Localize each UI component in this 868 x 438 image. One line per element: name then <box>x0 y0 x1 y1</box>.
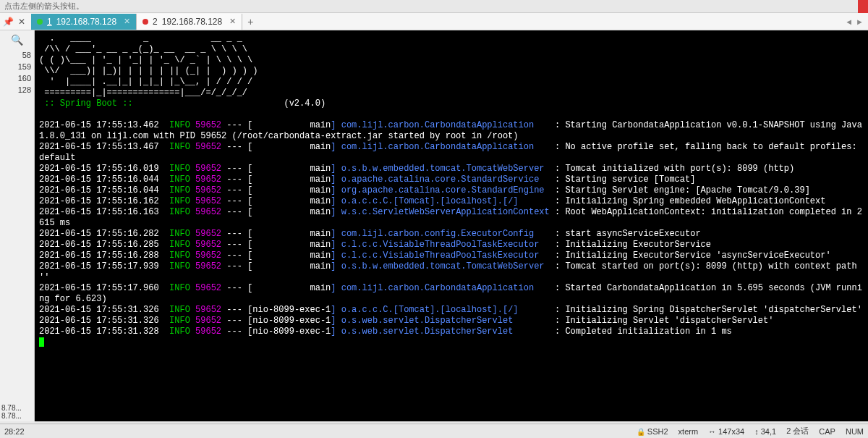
session-tab-1[interactable]: 1192.168.78.128✕ <box>31 14 137 30</box>
status-sessions: 2 会话 <box>786 426 809 437</box>
status-ssh: SSH2 <box>637 427 668 436</box>
tab-bar-left-icons: 📌 ✕ <box>3 17 25 27</box>
session-tab-2[interactable]: 2192.168.78.128✕ <box>137 14 242 30</box>
status-term: xterm <box>678 427 699 436</box>
status-dot-icon <box>142 19 148 25</box>
rail-entry[interactable]: 159 <box>0 61 34 72</box>
top-hint-bar: 点击左侧的箭头按钮。 <box>0 0 868 13</box>
pin-icon[interactable]: 📌 <box>3 17 14 27</box>
close-all-icon[interactable]: ✕ <box>18 17 25 27</box>
status-size: ↔ 147x34 <box>708 427 744 436</box>
tab-label: 192.168.78.128 <box>162 17 222 27</box>
tab-next-icon[interactable]: ► <box>856 17 864 26</box>
status-pos: ↕ 34,1 <box>754 427 776 436</box>
rail-entry[interactable]: 128 <box>0 84 34 96</box>
terminal-output[interactable]: . ____ _ __ _ _ /\\ / ___'_ __ _ _(_)_ _… <box>35 30 868 421</box>
rail-entry[interactable]: 160 <box>0 72 34 84</box>
status-num: NUM <box>846 427 864 436</box>
tab-label: 192.168.78.128 <box>56 17 116 27</box>
status-time: 28:22 <box>4 427 25 436</box>
tab-number: 1 <box>47 17 52 27</box>
tab-nav-arrows: ◄ ► <box>845 17 864 26</box>
tab-number: 2 <box>153 17 158 27</box>
hint-text: 点击左侧的箭头按钮。 <box>4 1 84 12</box>
tab-prev-icon[interactable]: ◄ <box>845 17 853 26</box>
lock-icon <box>637 427 645 436</box>
status-bar: 28:22 SSH2 xterm ↔ 147x34 ↕ 34,1 2 会话 CA… <box>0 424 868 438</box>
status-dot-icon <box>37 19 43 25</box>
tab-close-icon[interactable]: ✕ <box>229 17 236 26</box>
terminal-cursor <box>39 337 44 347</box>
tab-bar: 📌 ✕ 1192.168.78.128✕2192.168.78.128✕ + ◄… <box>0 13 868 30</box>
new-tab-button[interactable]: + <box>242 14 258 30</box>
window-close-stripe[interactable] <box>858 0 868 13</box>
search-icon[interactable]: 🔍 <box>0 30 34 49</box>
rail-entry[interactable]: 58 <box>0 49 34 61</box>
rail-session-item[interactable]: 8.78... <box>1 404 33 412</box>
rail-session-item[interactable]: 8.78... <box>1 412 33 420</box>
left-sidebar: 🔍 58159160128 8.78...8.78... <box>0 30 35 421</box>
status-caps: CAP <box>819 427 835 436</box>
tab-close-icon[interactable]: ✕ <box>124 17 130 26</box>
